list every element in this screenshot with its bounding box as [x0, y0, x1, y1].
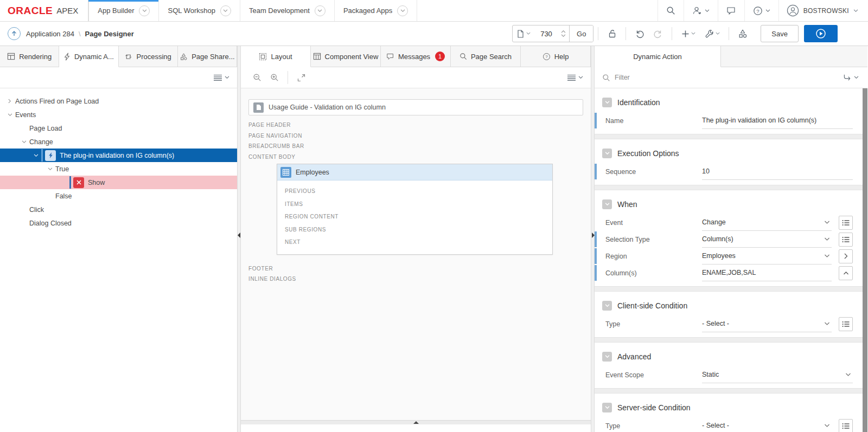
help-menu-button[interactable]: ?	[744, 0, 778, 21]
slot-breadcrumb-bar[interactable]: BREADCRUMB BAR	[248, 141, 583, 152]
run-page-button[interactable]	[804, 25, 838, 42]
expand-up-handle[interactable]	[413, 421, 419, 424]
gallery-splitter[interactable]	[241, 420, 591, 424]
event-select[interactable]: Change	[702, 214, 832, 231]
vertical-scrollbar[interactable]	[863, 88, 867, 432]
nav-tab-app-builder[interactable]: App Builder	[88, 0, 159, 21]
user-menu-button[interactable]: BOSTROWSKI	[778, 0, 868, 21]
columns-input[interactable]: ENAME,JOB,SAL	[702, 265, 832, 281]
page-finder-button[interactable]	[513, 25, 535, 42]
collapse-left-handle[interactable]	[238, 233, 240, 238]
group-header-when[interactable]: When	[595, 190, 863, 214]
selection-type-select[interactable]: Column(s)	[702, 231, 832, 248]
go-to-group-button[interactable]	[843, 74, 859, 81]
slot-previous[interactable]: PREVIOUS	[285, 185, 552, 198]
group-header-execution-options[interactable]: Execution Options	[595, 139, 863, 163]
selection-type-list-button[interactable]	[839, 233, 853, 247]
slot-page-navigation[interactable]: PAGE NAVIGATION	[248, 131, 583, 141]
nav-tab-team-development[interactable]: Team Development	[240, 0, 335, 21]
server-condition-list-button[interactable]	[839, 419, 853, 432]
tree-item-false[interactable]: False	[0, 189, 237, 203]
chevron-down-icon[interactable]	[30, 154, 41, 157]
employees-region[interactable]: Employees PREVIOUS ITEMS REGION CONTENT …	[277, 164, 553, 255]
feedback-button[interactable]	[718, 0, 744, 21]
administration-menu-button[interactable]	[684, 0, 718, 21]
region-go-to-button[interactable]	[839, 249, 853, 263]
tree-item-page-load[interactable]: Page Load	[0, 121, 237, 135]
undo-button[interactable]	[630, 25, 649, 42]
breadcrumb-application[interactable]: Application 284	[26, 30, 74, 38]
tab-rendering[interactable]: Rendering	[0, 46, 59, 67]
columns-collapse-button[interactable]	[839, 266, 853, 280]
left-splitter[interactable]	[237, 46, 241, 432]
event-scope-select[interactable]: Static	[702, 366, 853, 383]
tab-dynamic-action-properties[interactable]: Dynamic Action	[595, 46, 721, 67]
shared-components-button[interactable]	[733, 25, 752, 42]
chevron-down-icon[interactable]	[44, 167, 55, 171]
go-button[interactable]: Go	[569, 25, 593, 42]
event-list-button[interactable]	[839, 216, 853, 230]
chevron-down-icon[interactable]	[315, 5, 326, 16]
search-button[interactable]	[658, 0, 684, 21]
tree-item-show-error[interactable]: Show	[0, 176, 237, 189]
tree-item-change[interactable]: Change	[0, 135, 237, 149]
slot-page-header[interactable]: PAGE HEADER	[248, 120, 583, 131]
server-condition-type-select[interactable]: - Select -	[702, 417, 832, 432]
chevron-right-icon[interactable]	[4, 99, 15, 104]
slot-inline-dialogs[interactable]: INLINE DIALOGS	[248, 274, 583, 285]
layout-menu-button[interactable]	[567, 74, 583, 81]
client-condition-type-select[interactable]: - Select -	[702, 315, 832, 332]
right-splitter[interactable]	[591, 46, 595, 432]
tab-processing[interactable]: Processing	[119, 46, 178, 67]
zoom-in-icon[interactable]	[266, 73, 283, 82]
filter-input[interactable]	[615, 74, 839, 81]
go-up-icon[interactable]	[8, 27, 21, 40]
group-header-identification[interactable]: Identification	[595, 88, 863, 112]
tab-help[interactable]: ? Help	[521, 46, 591, 67]
slot-sub-regions[interactable]: SUB REGIONS	[285, 223, 552, 236]
tab-page-search[interactable]: Page Search	[451, 46, 521, 67]
tree-item-events[interactable]: Events	[0, 108, 237, 121]
utilities-menu-button[interactable]	[700, 25, 724, 42]
page-number-stepper[interactable]	[558, 25, 569, 42]
expand-icon[interactable]	[292, 74, 310, 82]
slot-footer[interactable]: FOOTER	[248, 263, 583, 274]
name-input[interactable]: The plug-in validation on IG column(s)	[702, 112, 853, 129]
slot-next[interactable]: NEXT	[285, 236, 552, 249]
slot-content-body[interactable]: CONTENT BODY	[248, 152, 583, 163]
nav-tab-packaged-apps[interactable]: Packaged Apps	[335, 0, 417, 21]
redo-button[interactable]	[649, 25, 667, 42]
sequence-input[interactable]: 10	[702, 163, 853, 180]
tree-item-click[interactable]: Click	[0, 203, 237, 216]
tree-item-true[interactable]: True	[0, 162, 237, 176]
page-number-input[interactable]	[535, 25, 558, 42]
employees-region-header[interactable]: Employees	[277, 164, 552, 180]
tab-dynamic-actions[interactable]: Dynamic A...	[59, 46, 118, 67]
group-header-server-side-condition[interactable]: Server-side Condition	[595, 394, 863, 417]
lock-button[interactable]	[603, 25, 621, 42]
tab-messages[interactable]: Messages 1	[381, 46, 451, 67]
slot-items[interactable]: ITEMS	[285, 198, 552, 211]
chevron-down-icon[interactable]	[4, 113, 15, 117]
tree-item-dialog-closed[interactable]: Dialog Closed	[0, 216, 237, 230]
group-header-advanced[interactable]: Advanced	[595, 343, 863, 366]
region-select[interactable]: Employees	[702, 248, 832, 265]
tab-page-shared-components[interactable]: Page Share...	[178, 46, 237, 67]
chevron-down-icon[interactable]	[18, 140, 29, 144]
tree-item-actions-fired-on-page-load[interactable]: Actions Fired on Page Load	[0, 94, 237, 108]
tree-menu-button[interactable]	[213, 74, 229, 81]
usage-guide-region[interactable]: Usage Guide - Validation on IG column	[248, 99, 583, 115]
client-condition-list-button[interactable]	[839, 317, 853, 331]
zoom-out-icon[interactable]	[248, 73, 266, 82]
slot-region-content[interactable]: REGION CONTENT	[285, 210, 552, 223]
group-header-client-side-condition[interactable]: Client-side Condition	[595, 292, 863, 315]
tab-component-view[interactable]: Component View	[311, 46, 381, 67]
chevron-down-icon[interactable]	[220, 5, 231, 16]
tree-item-plugin-validation-selected[interactable]: The plug-in validation on IG column(s)	[0, 149, 237, 162]
chevron-down-icon[interactable]	[139, 5, 150, 16]
save-button[interactable]: Save	[761, 25, 799, 42]
tab-layout[interactable]: Layout	[241, 46, 311, 67]
nav-tab-sql-workshop[interactable]: SQL Workshop	[159, 0, 240, 21]
create-menu-button[interactable]	[676, 25, 700, 42]
chevron-down-icon[interactable]	[397, 5, 408, 16]
